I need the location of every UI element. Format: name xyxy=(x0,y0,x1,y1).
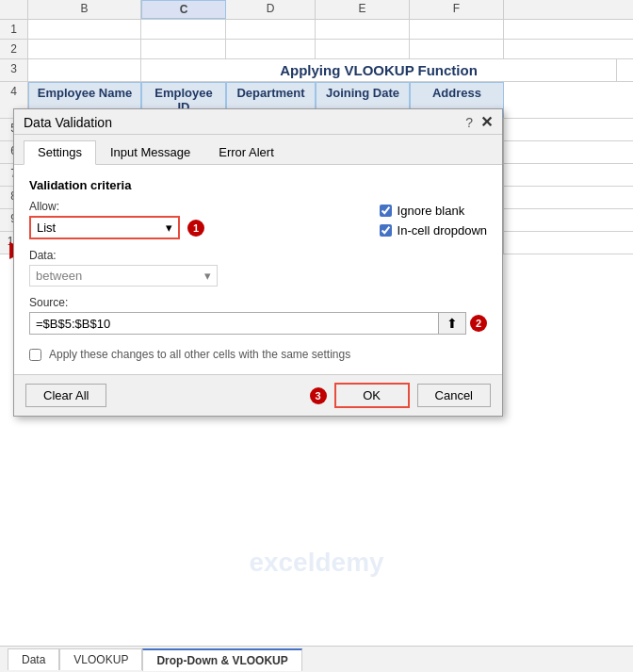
row-1: 1 xyxy=(0,20,633,40)
row-2: 2 xyxy=(0,40,633,59)
sheet-tab-vlookup[interactable]: VLOOKUP xyxy=(59,648,142,670)
tab-input-message[interactable]: Input Message xyxy=(96,140,204,164)
dialog-controls: ? ✕ xyxy=(465,115,493,130)
sheet-title: Applying VLOOKUP Function xyxy=(141,59,617,81)
col-header-c: C xyxy=(141,0,226,19)
dialog-footer: Clear All 3 OK Cancel xyxy=(14,374,502,416)
data-label: Data: xyxy=(29,249,487,262)
col-header-a xyxy=(0,0,28,19)
col-header-d: D xyxy=(226,0,316,19)
tab-error-alert[interactable]: Error Alert xyxy=(204,140,288,164)
chevron-down-icon-2: ▾ xyxy=(204,269,211,283)
badge-1: 1 xyxy=(187,220,204,237)
dialog-close-icon[interactable]: ✕ xyxy=(480,115,493,130)
dialog-help-icon[interactable]: ? xyxy=(465,115,473,130)
source-collapse-button[interactable]: ⬆ xyxy=(438,313,465,334)
section-validation-criteria: Validation criteria xyxy=(29,178,487,192)
sheet-tab-dropdown-vlookup[interactable]: Drop-Down & VLOOKUP xyxy=(142,648,301,671)
dialog-body: Validation criteria Allow: List ▾ 1 Igno… xyxy=(14,165,502,374)
footer-left: Clear All xyxy=(25,384,106,407)
source-input[interactable] xyxy=(30,314,438,334)
ok-button[interactable]: OK xyxy=(334,383,410,408)
tab-settings[interactable]: Settings xyxy=(24,140,96,165)
allow-label: Allow: xyxy=(29,200,351,213)
col-headers: B C D E F xyxy=(0,0,633,20)
dialog-title: Data Validation xyxy=(24,115,112,130)
checkbox-group: Ignore blank In-cell dropdown xyxy=(380,204,487,238)
cancel-button[interactable]: Cancel xyxy=(417,384,491,407)
col-header-f: F xyxy=(410,0,504,19)
row-3: 3 Applying VLOOKUP Function xyxy=(0,59,633,82)
data-validation-dialog: Data Validation ? ✕ Settings Input Messa… xyxy=(13,108,503,417)
badge-2: 2 xyxy=(470,315,487,332)
col-header-b: B xyxy=(28,0,141,19)
apply-row: Apply these changes to all other cells w… xyxy=(29,348,487,361)
source-label: Source: xyxy=(29,296,487,309)
dialog-titlebar: Data Validation ? ✕ xyxy=(14,109,502,135)
watermark: exceldemy xyxy=(249,548,383,578)
allow-select[interactable]: List ▾ xyxy=(29,216,180,239)
sheet-tab-data[interactable]: Data xyxy=(8,648,59,670)
badge-3: 3 xyxy=(310,387,327,404)
bottom-tabs: Data VLOOKUP Drop-Down & VLOOKUP xyxy=(0,646,633,672)
col-header-e: E xyxy=(316,0,410,19)
dialog-tabs: Settings Input Message Error Alert xyxy=(14,135,502,165)
chevron-down-icon: ▾ xyxy=(166,221,172,235)
clear-all-button[interactable]: Clear All xyxy=(25,384,106,407)
in-cell-dropdown-checkbox[interactable]: In-cell dropdown xyxy=(380,223,487,238)
data-select[interactable]: between ▾ xyxy=(29,265,218,287)
apply-all-checkbox[interactable] xyxy=(29,349,41,361)
ignore-blank-checkbox[interactable]: Ignore blank xyxy=(380,204,487,218)
